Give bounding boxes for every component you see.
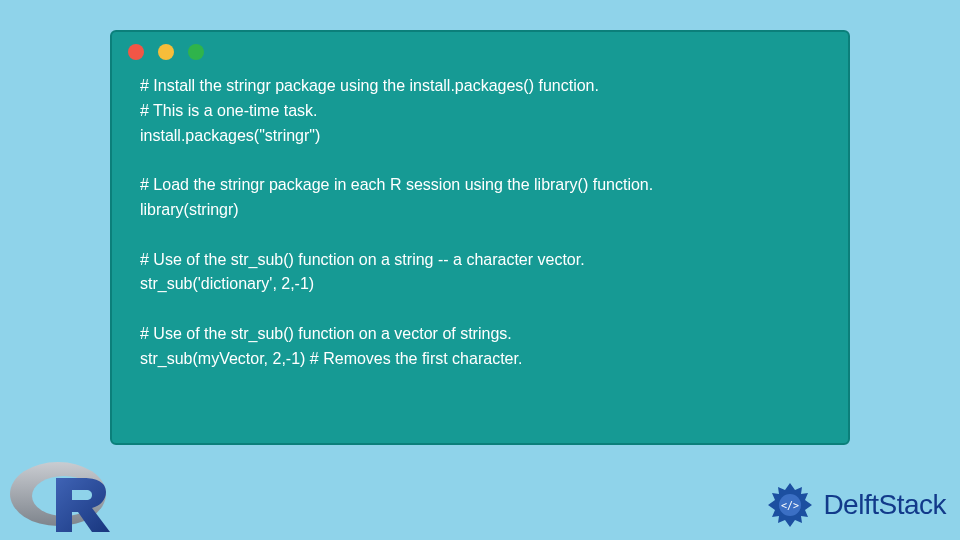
window-controls [112,32,848,68]
brand-name: DelftStack [823,489,946,521]
close-icon [128,44,144,60]
stage: # Install the stringr package using the … [0,0,960,540]
svg-text:</>: </> [781,500,799,511]
maximize-icon [188,44,204,60]
code-block: # Install the stringr package using the … [112,68,848,372]
delftstack-logo-icon: </> [765,480,815,530]
delftstack-brand: </> DelftStack [765,480,946,530]
r-language-logo-icon [6,456,116,536]
code-card: # Install the stringr package using the … [110,30,850,445]
minimize-icon [158,44,174,60]
